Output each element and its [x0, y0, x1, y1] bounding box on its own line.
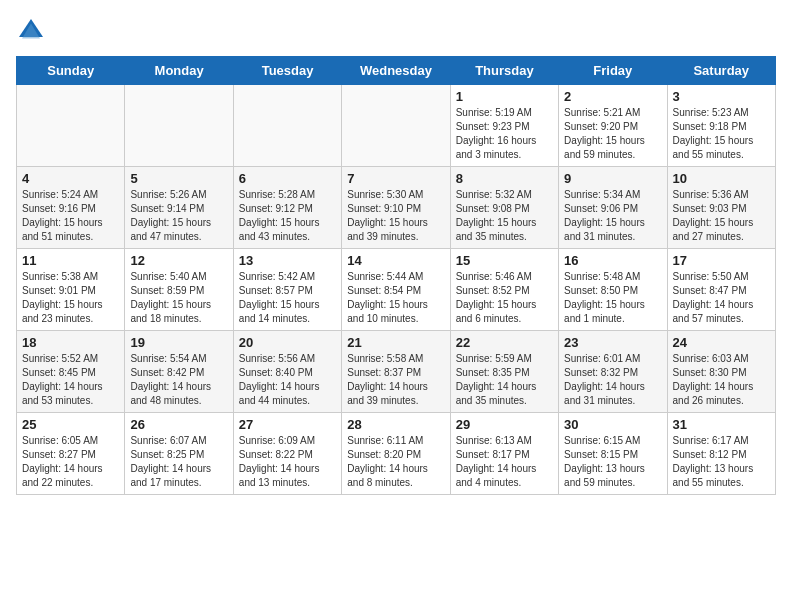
calendar-week-row: 25Sunrise: 6:05 AM Sunset: 8:27 PM Dayli… — [17, 413, 776, 495]
day-header-friday: Friday — [559, 57, 667, 85]
calendar-cell: 20Sunrise: 5:56 AM Sunset: 8:40 PM Dayli… — [233, 331, 341, 413]
calendar-cell: 21Sunrise: 5:58 AM Sunset: 8:37 PM Dayli… — [342, 331, 450, 413]
calendar-week-row: 1Sunrise: 5:19 AM Sunset: 9:23 PM Daylig… — [17, 85, 776, 167]
cell-info: Sunrise: 5:52 AM Sunset: 8:45 PM Dayligh… — [22, 352, 119, 408]
cell-info: Sunrise: 5:50 AM Sunset: 8:47 PM Dayligh… — [673, 270, 770, 326]
day-number: 8 — [456, 171, 553, 186]
cell-info: Sunrise: 5:58 AM Sunset: 8:37 PM Dayligh… — [347, 352, 444, 408]
cell-info: Sunrise: 5:42 AM Sunset: 8:57 PM Dayligh… — [239, 270, 336, 326]
calendar-cell: 13Sunrise: 5:42 AM Sunset: 8:57 PM Dayli… — [233, 249, 341, 331]
cell-info: Sunrise: 5:28 AM Sunset: 9:12 PM Dayligh… — [239, 188, 336, 244]
calendar-cell: 28Sunrise: 6:11 AM Sunset: 8:20 PM Dayli… — [342, 413, 450, 495]
cell-info: Sunrise: 5:48 AM Sunset: 8:50 PM Dayligh… — [564, 270, 661, 326]
cell-info: Sunrise: 5:46 AM Sunset: 8:52 PM Dayligh… — [456, 270, 553, 326]
day-number: 15 — [456, 253, 553, 268]
calendar-cell: 7Sunrise: 5:30 AM Sunset: 9:10 PM Daylig… — [342, 167, 450, 249]
calendar-cell: 3Sunrise: 5:23 AM Sunset: 9:18 PM Daylig… — [667, 85, 775, 167]
calendar-cell: 25Sunrise: 6:05 AM Sunset: 8:27 PM Dayli… — [17, 413, 125, 495]
day-number: 9 — [564, 171, 661, 186]
calendar-cell: 15Sunrise: 5:46 AM Sunset: 8:52 PM Dayli… — [450, 249, 558, 331]
cell-info: Sunrise: 6:17 AM Sunset: 8:12 PM Dayligh… — [673, 434, 770, 490]
cell-info: Sunrise: 5:40 AM Sunset: 8:59 PM Dayligh… — [130, 270, 227, 326]
calendar-cell: 5Sunrise: 5:26 AM Sunset: 9:14 PM Daylig… — [125, 167, 233, 249]
day-number: 31 — [673, 417, 770, 432]
cell-info: Sunrise: 6:09 AM Sunset: 8:22 PM Dayligh… — [239, 434, 336, 490]
day-header-wednesday: Wednesday — [342, 57, 450, 85]
calendar-cell: 17Sunrise: 5:50 AM Sunset: 8:47 PM Dayli… — [667, 249, 775, 331]
calendar-cell: 22Sunrise: 5:59 AM Sunset: 8:35 PM Dayli… — [450, 331, 558, 413]
cell-info: Sunrise: 6:15 AM Sunset: 8:15 PM Dayligh… — [564, 434, 661, 490]
calendar-cell: 10Sunrise: 5:36 AM Sunset: 9:03 PM Dayli… — [667, 167, 775, 249]
day-number: 3 — [673, 89, 770, 104]
day-number: 4 — [22, 171, 119, 186]
cell-info: Sunrise: 6:01 AM Sunset: 8:32 PM Dayligh… — [564, 352, 661, 408]
page-header — [16, 16, 776, 46]
calendar-cell: 24Sunrise: 6:03 AM Sunset: 8:30 PM Dayli… — [667, 331, 775, 413]
calendar-cell: 14Sunrise: 5:44 AM Sunset: 8:54 PM Dayli… — [342, 249, 450, 331]
calendar-cell: 6Sunrise: 5:28 AM Sunset: 9:12 PM Daylig… — [233, 167, 341, 249]
calendar-cell: 8Sunrise: 5:32 AM Sunset: 9:08 PM Daylig… — [450, 167, 558, 249]
calendar-cell: 26Sunrise: 6:07 AM Sunset: 8:25 PM Dayli… — [125, 413, 233, 495]
calendar-week-row: 4Sunrise: 5:24 AM Sunset: 9:16 PM Daylig… — [17, 167, 776, 249]
calendar-week-row: 18Sunrise: 5:52 AM Sunset: 8:45 PM Dayli… — [17, 331, 776, 413]
calendar-cell: 30Sunrise: 6:15 AM Sunset: 8:15 PM Dayli… — [559, 413, 667, 495]
day-number: 14 — [347, 253, 444, 268]
day-number: 21 — [347, 335, 444, 350]
cell-info: Sunrise: 5:26 AM Sunset: 9:14 PM Dayligh… — [130, 188, 227, 244]
cell-info: Sunrise: 6:07 AM Sunset: 8:25 PM Dayligh… — [130, 434, 227, 490]
cell-info: Sunrise: 5:24 AM Sunset: 9:16 PM Dayligh… — [22, 188, 119, 244]
day-number: 18 — [22, 335, 119, 350]
day-number: 25 — [22, 417, 119, 432]
day-header-tuesday: Tuesday — [233, 57, 341, 85]
cell-info: Sunrise: 5:59 AM Sunset: 8:35 PM Dayligh… — [456, 352, 553, 408]
calendar-cell: 1Sunrise: 5:19 AM Sunset: 9:23 PM Daylig… — [450, 85, 558, 167]
day-header-monday: Monday — [125, 57, 233, 85]
cell-info: Sunrise: 5:32 AM Sunset: 9:08 PM Dayligh… — [456, 188, 553, 244]
cell-info: Sunrise: 6:13 AM Sunset: 8:17 PM Dayligh… — [456, 434, 553, 490]
day-number: 16 — [564, 253, 661, 268]
calendar-cell — [233, 85, 341, 167]
calendar-cell: 16Sunrise: 5:48 AM Sunset: 8:50 PM Dayli… — [559, 249, 667, 331]
cell-info: Sunrise: 5:38 AM Sunset: 9:01 PM Dayligh… — [22, 270, 119, 326]
cell-info: Sunrise: 5:21 AM Sunset: 9:20 PM Dayligh… — [564, 106, 661, 162]
day-header-thursday: Thursday — [450, 57, 558, 85]
cell-info: Sunrise: 5:56 AM Sunset: 8:40 PM Dayligh… — [239, 352, 336, 408]
day-number: 22 — [456, 335, 553, 350]
calendar-cell: 31Sunrise: 6:17 AM Sunset: 8:12 PM Dayli… — [667, 413, 775, 495]
calendar-cell: 11Sunrise: 5:38 AM Sunset: 9:01 PM Dayli… — [17, 249, 125, 331]
logo-icon — [16, 16, 46, 46]
calendar-cell: 19Sunrise: 5:54 AM Sunset: 8:42 PM Dayli… — [125, 331, 233, 413]
day-number: 5 — [130, 171, 227, 186]
calendar-cell — [342, 85, 450, 167]
calendar-cell: 4Sunrise: 5:24 AM Sunset: 9:16 PM Daylig… — [17, 167, 125, 249]
day-number: 23 — [564, 335, 661, 350]
day-number: 26 — [130, 417, 227, 432]
day-number: 17 — [673, 253, 770, 268]
day-number: 2 — [564, 89, 661, 104]
calendar-cell: 9Sunrise: 5:34 AM Sunset: 9:06 PM Daylig… — [559, 167, 667, 249]
calendar-cell: 23Sunrise: 6:01 AM Sunset: 8:32 PM Dayli… — [559, 331, 667, 413]
day-number: 29 — [456, 417, 553, 432]
day-number: 10 — [673, 171, 770, 186]
calendar-cell: 12Sunrise: 5:40 AM Sunset: 8:59 PM Dayli… — [125, 249, 233, 331]
cell-info: Sunrise: 5:30 AM Sunset: 9:10 PM Dayligh… — [347, 188, 444, 244]
cell-info: Sunrise: 6:03 AM Sunset: 8:30 PM Dayligh… — [673, 352, 770, 408]
cell-info: Sunrise: 5:19 AM Sunset: 9:23 PM Dayligh… — [456, 106, 553, 162]
calendar-header-row: SundayMondayTuesdayWednesdayThursdayFrid… — [17, 57, 776, 85]
calendar-cell — [125, 85, 233, 167]
day-number: 6 — [239, 171, 336, 186]
day-number: 28 — [347, 417, 444, 432]
calendar-table: SundayMondayTuesdayWednesdayThursdayFrid… — [16, 56, 776, 495]
day-header-saturday: Saturday — [667, 57, 775, 85]
calendar-cell: 18Sunrise: 5:52 AM Sunset: 8:45 PM Dayli… — [17, 331, 125, 413]
day-number: 20 — [239, 335, 336, 350]
cell-info: Sunrise: 5:44 AM Sunset: 8:54 PM Dayligh… — [347, 270, 444, 326]
day-number: 1 — [456, 89, 553, 104]
calendar-cell: 27Sunrise: 6:09 AM Sunset: 8:22 PM Dayli… — [233, 413, 341, 495]
day-header-sunday: Sunday — [17, 57, 125, 85]
cell-info: Sunrise: 5:54 AM Sunset: 8:42 PM Dayligh… — [130, 352, 227, 408]
day-number: 13 — [239, 253, 336, 268]
calendar-cell: 2Sunrise: 5:21 AM Sunset: 9:20 PM Daylig… — [559, 85, 667, 167]
calendar-cell — [17, 85, 125, 167]
calendar-week-row: 11Sunrise: 5:38 AM Sunset: 9:01 PM Dayli… — [17, 249, 776, 331]
